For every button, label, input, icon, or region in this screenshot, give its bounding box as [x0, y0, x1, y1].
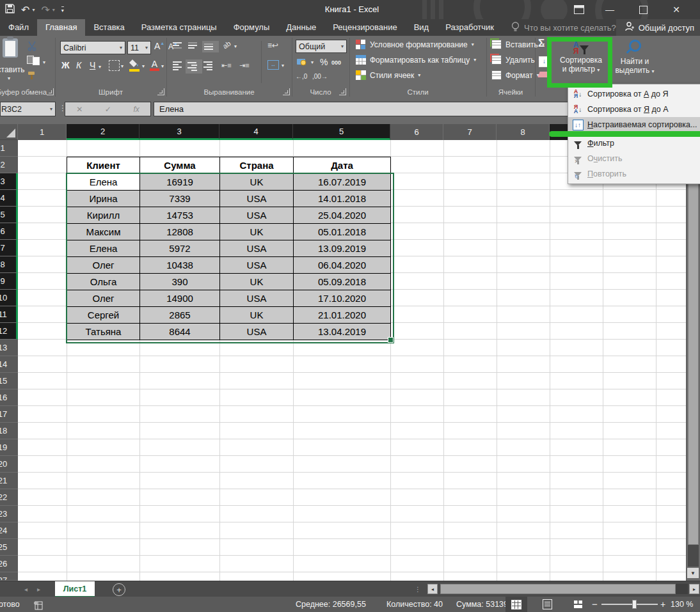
insert-cells-button[interactable]: Вставить▾ — [491, 40, 545, 49]
increase-decimal-icon[interactable]: ←,0 — [296, 73, 307, 80]
accounting-format-icon[interactable] — [297, 57, 308, 68]
table-cell[interactable]: 13.09.2019 — [293, 240, 391, 257]
menu-item-сортировка-от-я-до-а[interactable]: ЯА↓Сортировка от Я до А — [568, 102, 700, 117]
table-cell[interactable]: 05.01.2018 — [293, 223, 391, 240]
format-painter-button[interactable] — [27, 70, 37, 83]
increase-font-icon[interactable]: А▲ — [154, 41, 164, 51]
delete-cells-button[interactable]: Удалить▾ — [491, 55, 541, 65]
table-cell[interactable]: UK — [219, 273, 294, 290]
row-header-7[interactable]: 7 — [0, 240, 18, 256]
table-cell[interactable]: UK — [219, 173, 294, 191]
table-cell[interactable]: 5972 — [139, 240, 220, 257]
row-header-26[interactable]: 26 — [0, 556, 18, 572]
insert-function-icon[interactable]: fx — [133, 105, 139, 114]
decrease-indent-icon[interactable]: ⇤≡ — [221, 61, 232, 70]
name-box[interactable]: R3C2 ▾ — [0, 102, 56, 116]
wrap-text-icon[interactable]: ≡↩ — [267, 41, 278, 50]
column-header-8[interactable]: 8 — [497, 124, 550, 140]
comma-style-button[interactable]: 000 — [331, 59, 341, 66]
column-header-2[interactable]: 2 — [67, 124, 139, 140]
align-right-icon[interactable] — [203, 61, 212, 70]
row-header-17[interactable]: 17 — [0, 406, 18, 423]
table-cell[interactable]: Максим — [67, 223, 140, 240]
table-cell[interactable]: USA — [219, 256, 294, 274]
ribbon-tab-Данные[interactable]: Данные — [278, 19, 324, 36]
table-cell[interactable]: 05.09.2018 — [293, 273, 391, 290]
ribbon-tab-Формулы[interactable]: Формулы — [225, 19, 278, 36]
row-header-8[interactable]: 8 — [0, 256, 18, 273]
menu-item-сортировка-от-а-до-я[interactable]: АЯ↓Сортировка от А до Я — [568, 86, 700, 102]
name-box-dropdown-icon[interactable]: ▾ — [50, 106, 55, 112]
zoom-level[interactable]: 130 % — [671, 597, 693, 612]
table-cell[interactable]: UK — [219, 223, 294, 240]
add-sheet-icon[interactable]: + — [113, 583, 125, 596]
table-cell[interactable]: USA — [219, 290, 294, 307]
zoom-slider-track[interactable] — [601, 604, 658, 605]
row-header-25[interactable]: 25 — [0, 539, 18, 556]
minimize-button[interactable]: — — [597, 0, 623, 19]
row-header-24[interactable]: 24 — [0, 522, 18, 539]
font-dialog-launcher-icon[interactable] — [157, 88, 164, 95]
undo-icon[interactable]: ↶ — [21, 4, 29, 16]
share-button[interactable]: Общий доступ — [616, 19, 700, 36]
confirm-entry-icon[interactable]: ✓ — [105, 105, 111, 114]
ribbon-tab-Главная[interactable]: Главная — [37, 19, 85, 36]
undo-dropdown-icon[interactable]: ▾ — [32, 7, 35, 13]
font-color-button[interactable]: А — [150, 59, 159, 71]
row-header-15[interactable]: 15 — [0, 373, 18, 389]
row-header-19[interactable]: 19 — [0, 439, 18, 456]
cancel-entry-icon[interactable]: ✕ — [76, 105, 83, 114]
conditional-formatting-button[interactable]: Условное форматирование▾ — [356, 40, 474, 49]
row-header-2[interactable]: 2 — [0, 157, 18, 173]
underline-dropdown-icon[interactable]: ▾ — [99, 64, 101, 70]
row-header-22[interactable]: 22 — [0, 489, 18, 506]
number-format-select[interactable]: Общий▾ — [296, 40, 347, 53]
table-cell[interactable]: 06.04.2020 — [293, 256, 391, 274]
fill-handle[interactable] — [388, 337, 394, 343]
horizontal-scrollbar-track[interactable] — [676, 584, 688, 594]
scroll-left-icon[interactable]: ◂ — [427, 584, 438, 594]
table-cell[interactable]: 14753 — [139, 207, 220, 224]
redo-dropdown-icon[interactable]: ▾ — [52, 7, 55, 13]
select-all-corner[interactable] — [0, 124, 18, 140]
table-cell[interactable]: 25.04.2020 — [293, 207, 391, 224]
format-as-table-button[interactable]: Форматировать как таблицу▾ — [356, 55, 476, 65]
table-cell[interactable]: 16.07.2019 — [293, 173, 391, 191]
table-cell[interactable]: UK — [219, 306, 294, 324]
table-header-cell[interactable]: Клиент — [67, 157, 140, 174]
column-header-1[interactable]: 1 — [18, 124, 67, 140]
row-header-1[interactable]: 1 — [0, 140, 18, 157]
align-left-icon[interactable] — [173, 61, 182, 70]
table-cell[interactable]: USA — [219, 207, 294, 224]
percent-style-button[interactable]: % — [320, 57, 328, 67]
number-dialog-launcher-icon[interactable] — [339, 88, 346, 95]
orientation-icon[interactable]: ab — [221, 40, 232, 51]
row-header-4[interactable]: 4 — [0, 190, 18, 207]
prev-sheet-icon[interactable]: ◂ — [24, 581, 28, 597]
autosum-button[interactable]: Σ — [538, 37, 545, 50]
column-header-6[interactable]: 6 — [390, 124, 443, 140]
page-break-view-button[interactable] — [567, 597, 589, 612]
borders-dropdown-icon[interactable]: ▾ — [121, 63, 123, 69]
borders-button[interactable] — [109, 60, 120, 71]
redo-icon[interactable]: ↷ — [41, 4, 49, 16]
ribbon-tab-Рецензирование[interactable]: Рецензирование — [324, 19, 405, 36]
table-cell[interactable]: USA — [219, 190, 294, 207]
font-name-select[interactable]: Calibri▾ — [60, 41, 125, 54]
save-icon[interactable] — [5, 4, 15, 16]
row-header-9[interactable]: 9 — [0, 273, 18, 290]
row-header-20[interactable]: 20 — [0, 456, 18, 473]
table-header-cell[interactable]: Сумма — [139, 157, 220, 174]
tab-scroll-divider[interactable]: ⋮ — [415, 581, 421, 597]
customize-qat-icon[interactable]: ▾ — [61, 6, 64, 13]
row-header-10[interactable]: 10 — [0, 290, 18, 306]
zoom-in-icon[interactable]: + — [660, 597, 665, 612]
accounting-dropdown-icon[interactable]: ▾ — [311, 59, 314, 65]
zoom-slider-thumb[interactable] — [632, 600, 637, 609]
cut-button[interactable] — [27, 41, 37, 54]
ribbon-tab-Вид[interactable]: Вид — [406, 19, 438, 36]
clipboard-dialog-launcher-icon[interactable] — [47, 88, 54, 95]
scroll-down-icon[interactable]: ▼ — [687, 568, 699, 578]
format-cells-button[interactable]: Формат▾ — [491, 70, 539, 80]
row-header-11[interactable]: 11 — [0, 306, 18, 323]
